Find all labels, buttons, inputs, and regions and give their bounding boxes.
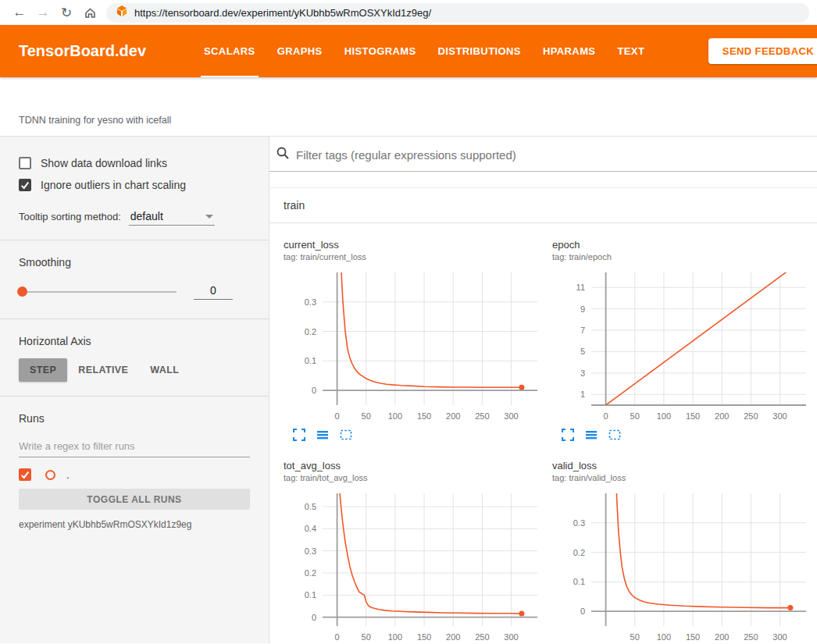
svg-text:0.5: 0.5 <box>305 502 316 511</box>
chart-card-valid-loss: valid_loss tag: train/valid_loss 5010015… <box>552 460 816 643</box>
show-download-links-label: Show data download links <box>41 157 167 169</box>
show-download-links-checkbox[interactable] <box>19 157 31 169</box>
tab-scalars[interactable]: SCALARS <box>193 25 266 77</box>
tab-text[interactable]: TEXT <box>606 25 655 77</box>
train-group-header[interactable]: train <box>269 188 817 223</box>
chart-tag: tag: train/current_loss <box>284 252 548 262</box>
ignore-outliers-row[interactable]: Ignore outliers in chart scaling <box>19 179 250 191</box>
experiment-caption: experiment yKUbhb5wRmOSXYkId1z9eg <box>19 519 250 530</box>
ignore-outliers-label: Ignore outliers in chart scaling <box>41 179 186 191</box>
svg-text:250: 250 <box>744 632 758 642</box>
chart-plot[interactable]: 05010015020025030000.10.20.30.40.5 <box>284 489 548 643</box>
axis-wall-button[interactable]: WALL <box>139 358 190 382</box>
chart-plot[interactable]: 0501001502002503001357911 <box>552 268 816 424</box>
sidebar-divider <box>0 240 269 240</box>
svg-text:0.1: 0.1 <box>305 356 316 365</box>
experiment-strip: TDNN training for yesno with icefall <box>0 77 817 137</box>
svg-text:11: 11 <box>576 283 585 292</box>
svg-text:300: 300 <box>504 411 518 421</box>
run-color-swatch <box>45 470 55 480</box>
sidebar-divider <box>0 318 269 319</box>
smoothing-slider[interactable] <box>19 291 177 293</box>
run-row[interactable]: . <box>19 468 250 481</box>
smoothing-value[interactable]: 0 <box>194 284 233 300</box>
svg-text:50: 50 <box>362 632 371 642</box>
filter-tags-row <box>269 137 817 172</box>
svg-text:7: 7 <box>580 326 585 335</box>
app-header: TensorBoard.dev SCALARS GRAPHS HISTOGRAM… <box>0 25 817 77</box>
page: ← → ↻ https://tensorboard.dev/experiment… <box>0 0 817 644</box>
svg-text:0: 0 <box>312 613 316 622</box>
svg-text:0.1: 0.1 <box>573 577 585 586</box>
forward-icon[interactable]: → <box>31 2 55 23</box>
svg-text:1: 1 <box>580 390 585 399</box>
horizontal-axis-label: Horizontal Axis <box>19 335 250 347</box>
fit-domain-icon[interactable] <box>340 429 352 443</box>
chart-card-current-loss: current_loss tag: train/current_loss 050… <box>284 239 548 443</box>
horizontal-lines-icon[interactable] <box>585 429 598 443</box>
svg-text:250: 250 <box>475 411 489 421</box>
train-group-card: train current_loss tag: train/current_lo… <box>269 187 817 643</box>
runs-label: Runs <box>19 412 250 425</box>
run-name: . <box>66 469 70 481</box>
svg-text:50: 50 <box>630 632 640 642</box>
svg-text:0.2: 0.2 <box>573 548 585 557</box>
svg-text:100: 100 <box>388 411 402 421</box>
smoothing-slider-row: 0 <box>19 284 250 300</box>
smoothing-slider-thumb[interactable] <box>17 286 27 297</box>
show-download-links-row[interactable]: Show data download links <box>19 157 250 169</box>
reload-icon[interactable]: ↻ <box>55 2 78 23</box>
svg-text:0: 0 <box>580 607 585 616</box>
filter-tags-input[interactable] <box>296 148 811 162</box>
experiment-title: TDNN training for yesno with icefall <box>19 115 171 126</box>
svg-text:150: 150 <box>417 632 431 642</box>
tooltip-sorting-label: Tooltip sorting method: <box>19 211 121 226</box>
fullscreen-icon[interactable] <box>293 429 305 443</box>
chart-title: valid_loss <box>552 460 816 471</box>
runs-regex-input[interactable] <box>19 437 250 457</box>
svg-text:0: 0 <box>604 411 608 421</box>
horizontal-lines-icon[interactable] <box>316 429 329 443</box>
horizontal-axis-buttons: STEP RELATIVE WALL <box>19 358 250 382</box>
tooltip-sorting-dropdown[interactable]: default <box>129 210 215 226</box>
chart-plot[interactable]: 05010015020025030000.10.20.3 <box>284 268 548 424</box>
smoothing-label: Smoothing <box>19 256 250 269</box>
chart-plot[interactable]: 5010015020025030000.10.20.3 <box>552 489 816 643</box>
svg-text:9: 9 <box>580 304 585 314</box>
send-feedback-button[interactable]: SEND FEEDBACK <box>708 38 817 64</box>
axis-relative-button[interactable]: RELATIVE <box>67 358 139 382</box>
tab-distributions[interactable]: DISTRIBUTIONS <box>427 25 532 77</box>
address-bar[interactable]: https://tensorboard.dev/experiment/yKUbh… <box>106 3 809 23</box>
chart-card-epoch: epoch tag: train/epoch 05010015020025030… <box>552 239 816 443</box>
tab-histograms[interactable]: HISTOGRAMS <box>334 25 427 77</box>
fit-domain-icon[interactable] <box>608 429 621 443</box>
svg-text:300: 300 <box>772 632 787 642</box>
fullscreen-icon[interactable] <box>562 429 574 443</box>
svg-text:100: 100 <box>657 411 671 421</box>
chart-toolbar <box>284 429 548 443</box>
chart-title: tot_avg_loss <box>284 460 548 471</box>
axis-step-button[interactable]: STEP <box>19 358 67 382</box>
charts-grid: current_loss tag: train/current_loss 050… <box>269 223 817 643</box>
back-icon[interactable]: ← <box>8 2 31 23</box>
tab-hparams[interactable]: HPARAMS <box>532 25 607 77</box>
svg-text:0: 0 <box>335 632 340 642</box>
svg-text:200: 200 <box>715 632 729 642</box>
chart-tag: tag: train/tot_avg_loss <box>284 473 548 482</box>
svg-text:0.3: 0.3 <box>305 546 316 556</box>
toggle-all-runs-button[interactable]: TOGGLE ALL RUNS <box>19 489 250 510</box>
content: Show data download links Ignore outliers… <box>0 137 817 643</box>
svg-text:250: 250 <box>475 632 489 642</box>
svg-text:200: 200 <box>446 411 460 421</box>
svg-text:250: 250 <box>744 411 758 421</box>
svg-text:3: 3 <box>580 368 585 378</box>
run-checkbox[interactable] <box>19 468 31 481</box>
browser-chrome: ← → ↻ https://tensorboard.dev/experiment… <box>0 0 817 25</box>
ignore-outliers-checkbox[interactable] <box>19 179 31 191</box>
tab-graphs[interactable]: GRAPHS <box>266 25 334 77</box>
home-icon[interactable] <box>78 2 102 23</box>
chart-title: current_loss <box>284 239 548 251</box>
chart-tag: tag: train/valid_loss <box>552 473 816 482</box>
svg-text:200: 200 <box>446 632 460 642</box>
svg-text:100: 100 <box>388 632 402 642</box>
